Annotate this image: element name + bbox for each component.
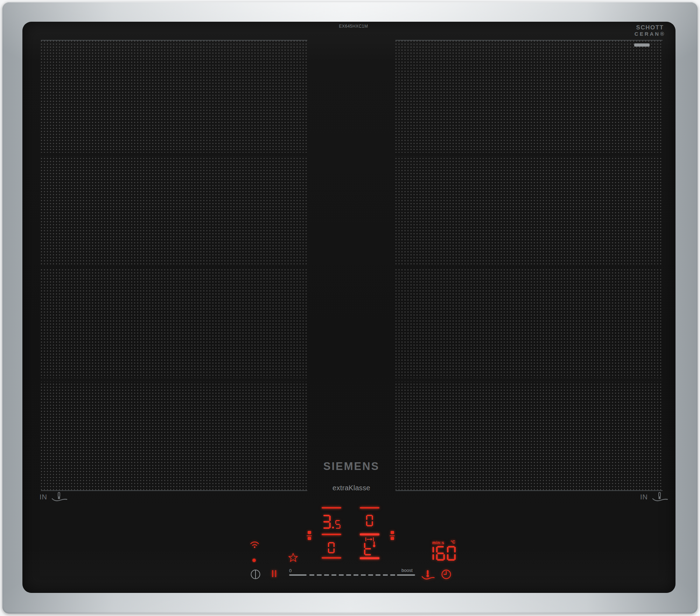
- pan-segment-icon: [308, 531, 311, 534]
- brand-block: SIEMENS extraKlasse: [299, 460, 404, 492]
- schott-ceran-logo: SCHOTT CERAN®: [627, 25, 673, 37]
- wifi-icon: [250, 541, 259, 548]
- siemens-logo: SIEMENS: [299, 460, 404, 473]
- slider-track[interactable]: [309, 574, 396, 576]
- sensor-marking-left: IN: [40, 492, 68, 502]
- slider-zero-segment[interactable]: [289, 574, 307, 576]
- pan-segment-icon: [391, 537, 394, 540]
- slider-boost-label[interactable]: boost: [401, 568, 413, 573]
- in-label-right: IN: [640, 493, 648, 501]
- slider-dash[interactable]: [346, 574, 351, 576]
- zone-segment-divider: [396, 153, 663, 156]
- timer-clock-key[interactable]: [441, 569, 451, 580]
- separator-line: [390, 535, 395, 537]
- led-bar: [322, 557, 341, 559]
- induction-hob: EX645HXC1M SCHOTT CERAN® IN: [0, 0, 700, 616]
- led-bar: [322, 534, 341, 535]
- slider-boost-segment[interactable]: [397, 574, 415, 576]
- zone-segment-divider: [41, 265, 307, 269]
- zone-select-indicator-left: [307, 531, 312, 541]
- power-level-display-left: [322, 515, 341, 529]
- pause-key[interactable]: [272, 570, 277, 577]
- mini-thermometer-icon: [372, 541, 376, 547]
- slider-dash[interactable]: [317, 574, 322, 576]
- slider-dash[interactable]: [331, 574, 336, 576]
- led-bar: [360, 533, 379, 535]
- display-right-zone: [360, 507, 379, 560]
- favorite-star-key[interactable]: [288, 553, 298, 562]
- slider-dash[interactable]: [324, 574, 329, 576]
- pan-segment-icon: [391, 531, 394, 534]
- schott-ceran-line1: SCHOTT: [627, 25, 673, 31]
- led-bar: [360, 557, 379, 559]
- temp-unit-label: °C: [451, 540, 455, 545]
- timer-value-display: [425, 546, 456, 561]
- power-button[interactable]: [250, 569, 261, 580]
- zone-select-indicator-right: [390, 531, 395, 541]
- in-label-left: IN: [40, 493, 47, 501]
- pan-transfer-arrow-icon: [365, 537, 374, 541]
- slider-dash[interactable]: [390, 574, 395, 576]
- timer-temperature-display: min:s °C: [425, 540, 456, 561]
- led-bar: [360, 507, 379, 508]
- slider-dash[interactable]: [383, 574, 388, 576]
- slider-min-label[interactable]: 0: [289, 568, 292, 573]
- slider-dash[interactable]: [339, 574, 344, 576]
- power-indicator-led: [252, 559, 256, 562]
- slider-dash[interactable]: [376, 574, 380, 576]
- zone-segment-divider: [396, 265, 663, 269]
- cooking-sensor-icon: [652, 492, 668, 502]
- zone-segment-divider: [41, 153, 307, 156]
- model-number: EX645HXC1M: [329, 24, 378, 29]
- time-unit-label: min:s: [432, 540, 444, 545]
- zone-segment-divider: [396, 378, 663, 381]
- series-label: extraKlasse: [299, 484, 404, 492]
- led-bar: [322, 507, 341, 508]
- slider-dash[interactable]: [354, 574, 358, 576]
- ceramic-glass-surface: EX645HXC1M SCHOTT CERAN® IN: [22, 22, 676, 593]
- slider-dash[interactable]: [368, 574, 373, 576]
- cooking-sensor-icon: [51, 492, 68, 502]
- pan-segment-icon: [308, 537, 311, 540]
- zone-marker-bar: [634, 43, 650, 47]
- power-level-display-left-2: [322, 542, 341, 553]
- power-level-display-right: [360, 515, 379, 526]
- slider-dash[interactable]: [361, 574, 366, 576]
- display-left-zone: [322, 507, 341, 560]
- cooking-zone-right: [396, 40, 663, 491]
- separator-line: [307, 535, 312, 537]
- power-slider[interactable]: 0 boost: [289, 568, 416, 577]
- schott-ceran-line2: CERAN®: [627, 31, 673, 37]
- slider-dash[interactable]: [309, 574, 314, 576]
- zone-segment-divider: [41, 378, 307, 381]
- sensor-marking-right: IN: [640, 492, 668, 502]
- cooking-zone-left: [41, 40, 307, 491]
- cooking-sensor-key[interactable]: [421, 569, 435, 581]
